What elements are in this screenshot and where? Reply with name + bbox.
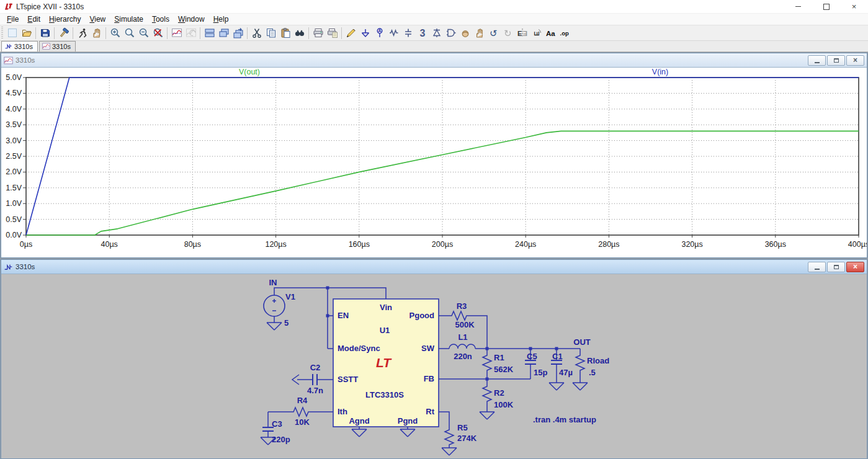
- move-icon[interactable]: [458, 26, 472, 40]
- legend-vin[interactable]: V(in): [652, 68, 668, 76]
- draw-wire-icon[interactable]: [344, 26, 358, 40]
- waveform-restore-button[interactable]: [827, 55, 845, 66]
- minimize-button[interactable]: [784, 0, 812, 13]
- place-inductor-icon[interactable]: 3: [415, 26, 429, 40]
- menu-window[interactable]: Window: [174, 14, 209, 25]
- print-preview-icon[interactable]: [325, 26, 339, 40]
- restore-button[interactable]: [812, 0, 840, 13]
- zoom-in-icon[interactable]: [108, 26, 122, 40]
- rload-refdes[interactable]: Rload: [587, 356, 609, 365]
- net-label-out[interactable]: OUT: [573, 337, 591, 347]
- c3-refdes[interactable]: C3: [272, 419, 282, 429]
- rload-value[interactable]: .5: [589, 368, 596, 377]
- resistor-r2[interactable]: [483, 383, 491, 404]
- print-icon[interactable]: [311, 26, 325, 40]
- schematic-canvas[interactable]: Vin EN Mode/Sync SSTT Ith Pgood SW FB Rt…: [1, 274, 867, 458]
- place-capacitor-icon[interactable]: [401, 26, 415, 40]
- save-icon[interactable]: [38, 26, 52, 40]
- r2-refdes[interactable]: R2: [494, 388, 504, 398]
- place-ground-icon[interactable]: [358, 26, 372, 40]
- copy-icon[interactable]: [264, 26, 278, 40]
- menu-hierarchy[interactable]: Hierarchy: [45, 14, 85, 25]
- menu-file[interactable]: File: [2, 14, 23, 25]
- r5-refdes[interactable]: R5: [457, 423, 468, 432]
- rotate-icon[interactable]: E: [529, 26, 544, 40]
- r5-value[interactable]: 274K: [457, 434, 477, 443]
- r4-refdes[interactable]: R4: [297, 396, 308, 405]
- new-schematic-icon[interactable]: [5, 26, 19, 40]
- legend-vout[interactable]: V(out): [239, 68, 260, 76]
- r3-refdes[interactable]: R3: [457, 301, 467, 311]
- c5-refdes[interactable]: C5: [527, 352, 537, 361]
- run-icon[interactable]: [75, 26, 89, 40]
- menu-tools[interactable]: Tools: [148, 14, 174, 25]
- zoom-back-icon[interactable]: [122, 26, 136, 40]
- schematic-minimize-button[interactable]: [808, 262, 826, 272]
- menu-view[interactable]: View: [85, 14, 110, 25]
- r2-value[interactable]: 100K: [494, 400, 514, 409]
- schematic-restore-button[interactable]: [827, 262, 845, 272]
- c1-value[interactable]: 47µ: [559, 368, 573, 377]
- waveform-close-button[interactable]: ×: [846, 55, 864, 66]
- v1-value[interactable]: 5: [284, 318, 289, 328]
- halt-icon[interactable]: [89, 26, 104, 40]
- toolbar-separator: [167, 27, 168, 39]
- paste-icon[interactable]: [278, 26, 292, 40]
- undo-icon[interactable]: ↺: [486, 26, 501, 40]
- l1-refdes[interactable]: L1: [458, 332, 467, 342]
- voltage-source-v1[interactable]: [264, 295, 285, 316]
- resistor-r4[interactable]: [291, 408, 311, 416]
- waveform-plot[interactable]: 0µs40µs80µs120µs160µs200µs240µs280µs320µ…: [1, 68, 867, 257]
- zoom-out-icon[interactable]: [136, 26, 151, 40]
- ic-u1[interactable]: Vin EN Mode/Sync SSTT Ith Pgood SW FB Rt…: [333, 299, 439, 427]
- spice-directive-text[interactable]: .tran .4m startup: [533, 415, 596, 424]
- menu-simulate[interactable]: Simulate: [110, 14, 148, 25]
- c3-value[interactable]: 220p: [272, 435, 290, 444]
- schematic-titlebar[interactable]: 3310s ×: [1, 260, 867, 274]
- r1-value[interactable]: 562K: [494, 365, 514, 374]
- r1-refdes[interactable]: R1: [494, 353, 504, 362]
- r4-value[interactable]: 10K: [295, 417, 310, 427]
- tab-schematic-3310s[interactable]: 3310s: [1, 41, 38, 51]
- place-diode-icon[interactable]: [429, 26, 444, 40]
- r3-value[interactable]: 500K: [455, 320, 475, 329]
- find-icon[interactable]: [292, 26, 306, 40]
- place-resistor-icon[interactable]: [387, 26, 401, 40]
- l1-value[interactable]: 220n: [454, 352, 472, 361]
- resistor-rload[interactable]: [576, 352, 584, 373]
- tile-horizontal-icon[interactable]: [202, 26, 217, 40]
- c2-value[interactable]: 4.7n: [307, 386, 323, 395]
- open-icon[interactable]: [19, 26, 34, 40]
- v1-refdes[interactable]: V1: [285, 292, 295, 301]
- spice-directive-icon[interactable]: .op: [558, 26, 572, 40]
- place-component-icon[interactable]: [444, 26, 458, 40]
- drag-icon[interactable]: [472, 26, 486, 40]
- menu-help[interactable]: Help: [209, 14, 233, 25]
- control-panel-icon[interactable]: [56, 26, 71, 40]
- schematic-close-button[interactable]: ×: [846, 262, 864, 272]
- zoom-full-icon[interactable]: [151, 26, 165, 40]
- toolbar-grip[interactable]: [1, 27, 3, 39]
- waveform-minimize-button[interactable]: [808, 55, 826, 66]
- close-button[interactable]: ×: [840, 0, 868, 13]
- resistor-r3[interactable]: [449, 311, 469, 320]
- c5-value[interactable]: 15p: [534, 368, 547, 377]
- resistor-r1[interactable]: [483, 352, 491, 373]
- inductor-l1[interactable]: [449, 344, 475, 349]
- place-text-icon[interactable]: Aa: [544, 26, 558, 40]
- c2-refdes[interactable]: C2: [310, 363, 321, 372]
- menu-edit[interactable]: Edit: [23, 14, 45, 25]
- waveform-titlebar[interactable]: 3310s ×: [1, 53, 867, 68]
- cascade-new-icon[interactable]: [231, 26, 245, 40]
- autorange-y-icon[interactable]: [169, 26, 184, 40]
- mirror-icon[interactable]: EE: [515, 26, 529, 40]
- cascade-icon[interactable]: [217, 26, 231, 40]
- resistor-r5[interactable]: [445, 427, 454, 448]
- cut-icon[interactable]: [249, 26, 264, 40]
- c1-refdes[interactable]: C1: [552, 352, 563, 361]
- app-titlebar[interactable]: LTspice XVII - 3310s ×: [0, 0, 868, 14]
- label-net-icon[interactable]: A: [372, 26, 387, 40]
- tab-waveform-3310s[interactable]: 3310s: [39, 41, 76, 51]
- net-label-in[interactable]: IN: [269, 278, 277, 287]
- plot-area[interactable]: 0µs40µs80µs120µs160µs200µs240µs280µs320µ…: [1, 68, 867, 257]
